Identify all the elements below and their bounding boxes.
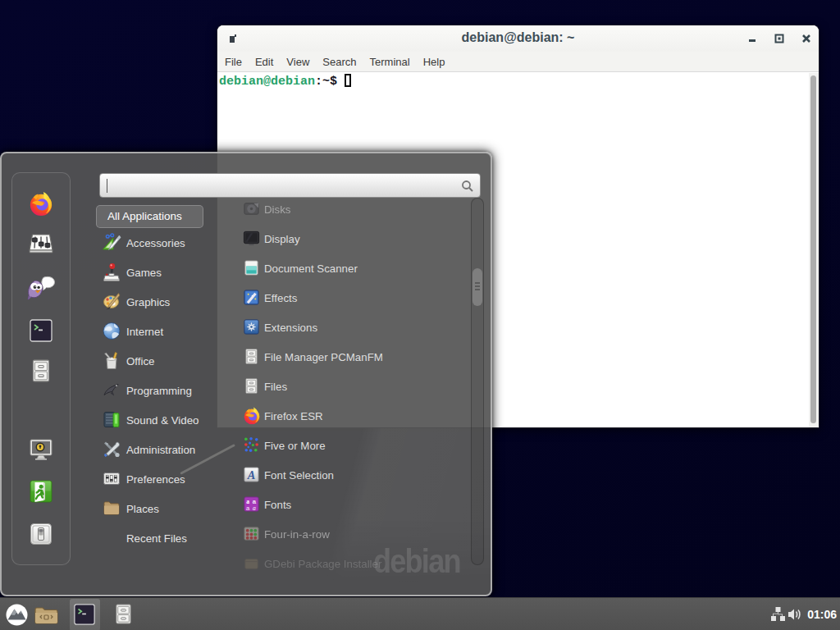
svg-text:a: a	[253, 504, 256, 512]
svg-text:A: A	[247, 468, 256, 482]
svg-text:a: a	[246, 504, 250, 512]
